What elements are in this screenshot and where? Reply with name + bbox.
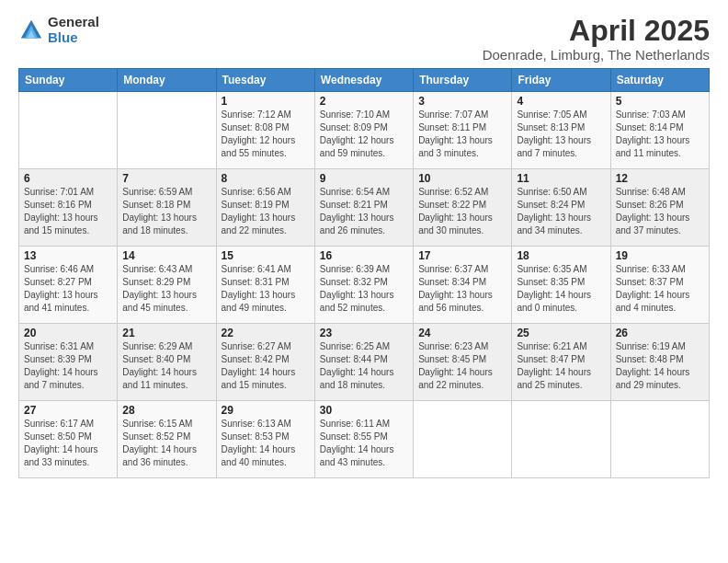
day-info: Sunrise: 7:05 AM Sunset: 8:13 PM Dayligh… [517,109,605,160]
calendar-cell [512,401,610,478]
calendar-cell: 10Sunrise: 6:52 AM Sunset: 8:22 PM Dayli… [414,169,512,247]
day-info: Sunrise: 6:56 AM Sunset: 8:19 PM Dayligh… [222,186,310,237]
calendar-cell: 5Sunrise: 7:03 AM Sunset: 8:14 PM Daylig… [610,92,709,169]
calendar-week-1: 1Sunrise: 7:12 AM Sunset: 8:08 PM Daylig… [19,92,710,169]
calendar-cell [610,401,709,478]
calendar-cell: 7Sunrise: 6:59 AM Sunset: 8:18 PM Daylig… [118,169,216,247]
day-number: 11 [517,172,605,185]
calendar-cell: 3Sunrise: 7:07 AM Sunset: 8:11 PM Daylig… [414,92,512,169]
logo-general: General [48,15,99,30]
header: General Blue April 2025 Doenrade, Limbur… [18,15,710,63]
calendar-table: SundayMondayTuesdayWednesdayThursdayFrid… [18,68,710,478]
day-info: Sunrise: 7:01 AM Sunset: 8:16 PM Dayligh… [24,186,112,237]
day-info: Sunrise: 6:13 AM Sunset: 8:53 PM Dayligh… [222,418,310,469]
day-number: 2 [320,95,408,108]
calendar-header-monday: Monday [118,69,216,92]
day-info: Sunrise: 6:29 AM Sunset: 8:40 PM Dayligh… [122,340,210,392]
calendar-header-friday: Friday [512,69,610,92]
calendar-cell: 20Sunrise: 6:31 AM Sunset: 8:39 PM Dayli… [19,324,118,401]
logo: General Blue [18,15,99,45]
calendar-header-sunday: Sunday [19,69,118,92]
calendar-cell: 16Sunrise: 6:39 AM Sunset: 8:32 PM Dayli… [314,247,413,324]
calendar-cell: 11Sunrise: 6:50 AM Sunset: 8:24 PM Dayli… [512,169,610,247]
calendar-cell: 17Sunrise: 6:37 AM Sunset: 8:34 PM Dayli… [414,247,512,324]
page: General Blue April 2025 Doenrade, Limbur… [0,0,728,563]
day-info: Sunrise: 6:17 AM Sunset: 8:50 PM Dayligh… [24,418,112,469]
day-info: Sunrise: 6:54 AM Sunset: 8:21 PM Dayligh… [320,186,408,237]
calendar-cell [414,401,512,478]
day-info: Sunrise: 6:25 AM Sunset: 8:44 PM Dayligh… [320,340,408,392]
day-info: Sunrise: 6:59 AM Sunset: 8:18 PM Dayligh… [122,186,210,237]
day-number: 27 [24,404,112,417]
day-number: 16 [320,249,408,262]
day-number: 25 [517,327,605,339]
day-info: Sunrise: 6:52 AM Sunset: 8:22 PM Dayligh… [418,186,506,237]
day-number: 8 [222,172,310,185]
calendar-cell: 28Sunrise: 6:15 AM Sunset: 8:52 PM Dayli… [118,401,216,478]
calendar-week-4: 20Sunrise: 6:31 AM Sunset: 8:39 PM Dayli… [19,324,710,401]
calendar-cell [118,92,216,169]
day-number: 23 [320,327,408,339]
day-number: 14 [122,249,210,262]
calendar-cell: 22Sunrise: 6:27 AM Sunset: 8:42 PM Dayli… [216,324,314,401]
calendar-cell: 8Sunrise: 6:56 AM Sunset: 8:19 PM Daylig… [216,169,314,247]
calendar-cell: 1Sunrise: 7:12 AM Sunset: 8:08 PM Daylig… [216,92,314,169]
calendar-cell: 27Sunrise: 6:17 AM Sunset: 8:50 PM Dayli… [19,401,118,478]
main-title: April 2025 [483,15,710,47]
day-info: Sunrise: 7:03 AM Sunset: 8:14 PM Dayligh… [616,109,704,160]
calendar-cell: 6Sunrise: 7:01 AM Sunset: 8:16 PM Daylig… [19,169,118,247]
calendar-cell: 29Sunrise: 6:13 AM Sunset: 8:53 PM Dayli… [216,401,314,478]
day-number: 6 [24,172,112,185]
day-number: 24 [418,327,506,339]
calendar-cell: 26Sunrise: 6:19 AM Sunset: 8:48 PM Dayli… [610,324,709,401]
day-number: 13 [24,249,112,262]
day-number: 4 [517,95,605,108]
day-number: 17 [418,249,506,262]
calendar-cell: 23Sunrise: 6:25 AM Sunset: 8:44 PM Dayli… [314,324,413,401]
logo-icon [18,17,44,43]
subtitle: Doenrade, Limburg, The Netherlands [483,47,710,63]
day-info: Sunrise: 6:23 AM Sunset: 8:45 PM Dayligh… [418,340,506,392]
calendar-cell: 18Sunrise: 6:35 AM Sunset: 8:35 PM Dayli… [512,247,610,324]
day-number: 22 [222,327,310,339]
calendar-cell: 21Sunrise: 6:29 AM Sunset: 8:40 PM Dayli… [118,324,216,401]
calendar-cell: 2Sunrise: 7:10 AM Sunset: 8:09 PM Daylig… [314,92,413,169]
day-info: Sunrise: 7:10 AM Sunset: 8:09 PM Dayligh… [320,109,408,160]
day-info: Sunrise: 6:35 AM Sunset: 8:35 PM Dayligh… [517,263,605,315]
calendar-cell: 4Sunrise: 7:05 AM Sunset: 8:13 PM Daylig… [512,92,610,169]
calendar-header-thursday: Thursday [414,69,512,92]
day-number: 20 [24,327,112,339]
calendar-cell: 25Sunrise: 6:21 AM Sunset: 8:47 PM Dayli… [512,324,610,401]
calendar-cell: 12Sunrise: 6:48 AM Sunset: 8:26 PM Dayli… [610,169,709,247]
day-info: Sunrise: 7:12 AM Sunset: 8:08 PM Dayligh… [222,109,310,160]
calendar-header-tuesday: Tuesday [216,69,314,92]
calendar-cell: 15Sunrise: 6:41 AM Sunset: 8:31 PM Dayli… [216,247,314,324]
day-info: Sunrise: 6:11 AM Sunset: 8:55 PM Dayligh… [320,418,408,469]
day-number: 28 [122,404,210,417]
day-info: Sunrise: 6:19 AM Sunset: 8:48 PM Dayligh… [616,340,704,392]
day-number: 29 [222,404,310,417]
day-number: 10 [418,172,506,185]
calendar-cell: 14Sunrise: 6:43 AM Sunset: 8:29 PM Dayli… [118,247,216,324]
day-number: 12 [616,172,704,185]
day-info: Sunrise: 6:37 AM Sunset: 8:34 PM Dayligh… [418,263,506,315]
calendar-cell: 30Sunrise: 6:11 AM Sunset: 8:55 PM Dayli… [314,401,413,478]
day-info: Sunrise: 6:33 AM Sunset: 8:37 PM Dayligh… [616,263,704,315]
calendar-header-saturday: Saturday [610,69,709,92]
day-number: 18 [517,249,605,262]
day-info: Sunrise: 6:43 AM Sunset: 8:29 PM Dayligh… [122,263,210,315]
calendar-cell: 13Sunrise: 6:46 AM Sunset: 8:27 PM Dayli… [19,247,118,324]
calendar-cell: 19Sunrise: 6:33 AM Sunset: 8:37 PM Dayli… [610,247,709,324]
day-number: 1 [222,95,310,108]
day-info: Sunrise: 6:48 AM Sunset: 8:26 PM Dayligh… [616,186,704,237]
logo-text: General Blue [48,15,99,45]
calendar-week-2: 6Sunrise: 7:01 AM Sunset: 8:16 PM Daylig… [19,169,710,247]
title-block: April 2025 Doenrade, Limburg, The Nether… [483,15,710,63]
calendar-header-wednesday: Wednesday [314,69,413,92]
calendar-week-3: 13Sunrise: 6:46 AM Sunset: 8:27 PM Dayli… [19,247,710,324]
day-info: Sunrise: 6:27 AM Sunset: 8:42 PM Dayligh… [222,340,310,392]
day-info: Sunrise: 6:15 AM Sunset: 8:52 PM Dayligh… [122,418,210,469]
day-info: Sunrise: 7:07 AM Sunset: 8:11 PM Dayligh… [418,109,506,160]
calendar-header-row: SundayMondayTuesdayWednesdayThursdayFrid… [19,69,710,92]
day-number: 7 [122,172,210,185]
